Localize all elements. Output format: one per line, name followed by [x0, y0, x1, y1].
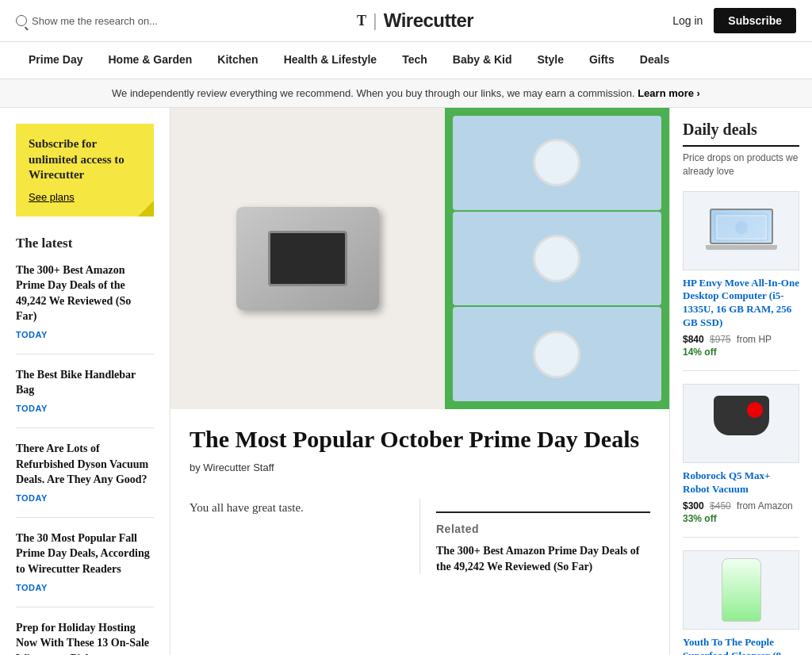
deal-pricing-hp-envy: $840 $975 from HP 14% off [683, 334, 799, 358]
latest-item-headline[interactable]: There Are Lots of Refurbished Dyson Vacu… [16, 441, 154, 488]
hero-left [170, 108, 445, 409]
nav-item-home-garden[interactable]: Home & Garden [95, 42, 205, 79]
laptop-screen [710, 209, 773, 244]
related-item-headline[interactable]: The 300+ Best Amazon Prime Day Deals of … [436, 543, 650, 574]
latest-item-tag: TODAY [16, 404, 48, 413]
site-header: Show me the research on... T | Wirecutte… [0, 0, 812, 42]
nav-item-gifts[interactable]: Gifts [576, 42, 627, 79]
cleanser-icon [722, 558, 761, 622]
nav-item-kitchen[interactable]: Kitchen [205, 42, 270, 79]
article-excerpt-area: You all have great taste. [190, 499, 404, 574]
deal-price-original: $450 [710, 500, 731, 511]
article-title: The Most Popular October Prime Day Deals [190, 425, 650, 454]
sidebar-right: Daily deals Price drops on products we a… [669, 108, 812, 655]
deal-discount: 14% off [683, 347, 799, 358]
deal-title-roborock[interactable]: Roborock Q5 Max+ Robot Vacuum [683, 469, 799, 496]
latest-item-headline[interactable]: Prep for Holiday Hosting Now With These … [16, 620, 154, 655]
learn-more-link[interactable]: Learn more › [638, 87, 700, 99]
speaker-row-1 [453, 116, 661, 210]
article-lower: You all have great taste. Related The 30… [170, 499, 669, 590]
nav-item-deals[interactable]: Deals [627, 42, 682, 79]
hero-image-placeholder [170, 108, 669, 409]
list-item: The 30 Most Popular Fall Prime Day Deals… [16, 531, 154, 607]
deal-title-youth-people[interactable]: Youth To The People Superfood Cleanser (… [683, 636, 799, 655]
speaker-image-1 [533, 139, 580, 186]
deal-price-current: $300 [683, 500, 704, 511]
list-item: The 300+ Best Amazon Prime Day Deals of … [16, 262, 154, 354]
deal-image-roborock [683, 384, 799, 463]
related-section-inner: Related The 300+ Best Amazon Prime Day D… [436, 511, 650, 574]
related-section: Related The 300+ Best Amazon Prime Day D… [419, 499, 650, 574]
daily-deals-title: Daily deals [683, 121, 799, 147]
deal-item-youth-people: Youth To The People Superfood Cleanser (… [683, 550, 799, 655]
nyt-logo: T [357, 13, 366, 29]
speaker-row-2 [453, 212, 661, 306]
article-content: The Most Popular October Prime Day Deals… [170, 409, 669, 499]
login-button[interactable]: Log in [672, 14, 703, 27]
speaker-image-3 [533, 331, 580, 378]
latest-item-tag: TODAY [16, 330, 48, 339]
latest-item-tag: TODAY [16, 583, 48, 592]
oven-window [268, 231, 347, 286]
article-excerpt: You all have great taste. [190, 499, 404, 517]
hero-right [445, 108, 669, 409]
subscribe-button[interactable]: Subscribe [714, 8, 796, 33]
deal-item-hp-envy: HP Envy Move All-In-One Desktop Computer… [683, 191, 799, 372]
search-bar[interactable]: Show me the research on... [16, 15, 158, 27]
latest-item-headline[interactable]: The 30 Most Popular Fall Prime Day Deals… [16, 531, 154, 577]
vacuum-button [747, 402, 763, 418]
deal-item-roborock: Roborock Q5 Max+ Robot Vacuum $300 $450 … [683, 384, 799, 538]
sidebar-left: Subscribe for unlimited access to Wirecu… [0, 108, 170, 655]
main-content: The Most Popular October Prime Day Deals… [170, 108, 669, 655]
list-item: There Are Lots of Refurbished Dyson Vacu… [16, 441, 154, 518]
site-logo: T | Wirecutter [357, 10, 473, 32]
article-byline: by Wirecutter Staff [190, 462, 650, 473]
disclosure-banner: We independently review everything we re… [0, 79, 812, 108]
vacuum-icon [714, 396, 769, 451]
speaker-image-2 [533, 235, 580, 282]
hero-image [170, 108, 669, 409]
svg-point-2 [735, 221, 748, 234]
search-placeholder: Show me the research on... [32, 15, 158, 27]
related-item: The 300+ Best Amazon Prime Day Deals of … [436, 543, 650, 574]
nav-item-prime-day[interactable]: Prime Day [16, 42, 95, 79]
search-icon [16, 15, 27, 26]
deal-price-original: $975 [710, 334, 731, 345]
nav-item-tech[interactable]: Tech [389, 42, 440, 79]
subscribe-box: Subscribe for unlimited access to Wirecu… [16, 124, 154, 216]
vacuum-body [714, 396, 769, 435]
latest-section: The latest The 300+ Best Amazon Prime Da… [16, 236, 154, 656]
main-layout: Subscribe for unlimited access to Wirecu… [0, 108, 812, 655]
nav-item-baby-kid[interactable]: Baby & Kid [440, 42, 525, 79]
header-actions: Log in Subscribe [672, 8, 796, 33]
deal-title-hp-envy[interactable]: HP Envy Move All-In-One Desktop Computer… [683, 277, 799, 331]
related-title: Related [436, 523, 650, 535]
deal-discount: 33% off [683, 513, 799, 524]
see-plans-link[interactable]: See plans [29, 191, 75, 203]
latest-item-headline[interactable]: The Best Bike Handlebar Bag [16, 367, 154, 398]
latest-title: The latest [16, 236, 154, 251]
wirecutter-logo-text: Wirecutter [384, 10, 473, 32]
deal-pricing-roborock: $300 $450 from Amazon 33% off [683, 500, 799, 524]
deal-from: from Amazon [737, 500, 793, 511]
nav-item-style[interactable]: Style [524, 42, 576, 79]
list-item: The Best Bike Handlebar Bag TODAY [16, 367, 154, 428]
oven-image [236, 207, 379, 310]
deal-from: from HP [737, 334, 772, 345]
daily-deals-subtitle: Price drops on products we already love [683, 151, 799, 178]
latest-item-tag: TODAY [16, 493, 48, 503]
subscribe-box-heading: Subscribe for unlimited access to Wirecu… [29, 136, 141, 183]
deal-price-current: $840 [683, 334, 704, 345]
deal-image-cleanser [683, 550, 799, 630]
list-item: Prep for Holiday Hosting Now With These … [16, 620, 154, 655]
banner-text: We independently review everything we re… [112, 87, 634, 99]
speaker-row-3 [453, 307, 661, 401]
laptop-icon [710, 209, 773, 252]
deal-image-hp-envy [683, 191, 799, 270]
main-nav: Prime Day Home & Garden Kitchen Health &… [0, 42, 812, 79]
latest-item-headline[interactable]: The 300+ Best Amazon Prime Day Deals of … [16, 262, 154, 324]
nav-item-health-lifestyle[interactable]: Health & Lifestyle [271, 42, 389, 79]
